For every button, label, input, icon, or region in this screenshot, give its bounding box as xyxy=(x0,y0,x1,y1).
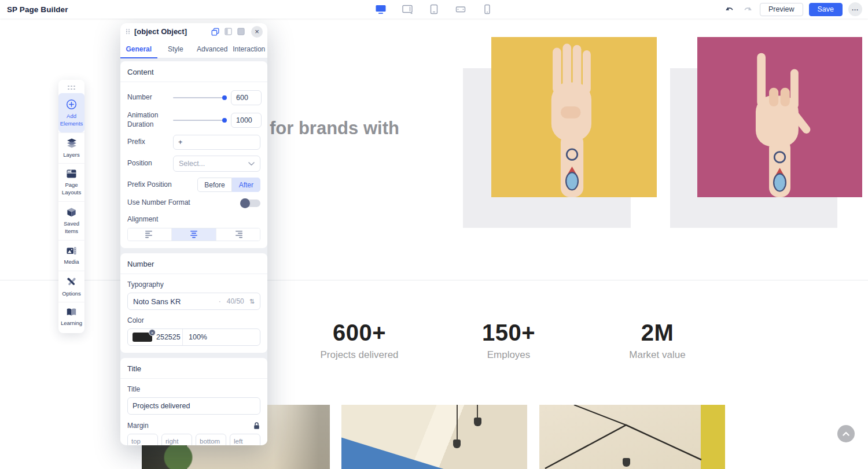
prefix-position-label: Prefix Position xyxy=(127,180,172,190)
plus-circle-icon xyxy=(66,99,77,110)
prefix-position-segmented: Before After xyxy=(197,178,260,192)
section-header-number: Number xyxy=(120,253,267,274)
builder-sidebar: Add Elements Layers Page Layouts Saved I… xyxy=(58,80,84,333)
device-mobile-button[interactable] xyxy=(481,4,493,14)
align-left-icon xyxy=(145,231,155,238)
panel-drag-handle-icon[interactable] xyxy=(126,28,130,35)
prefix-input[interactable] xyxy=(173,135,260,150)
sidebar-item-label: Learning xyxy=(61,320,82,327)
prefix-position-after-button[interactable]: After xyxy=(232,178,260,192)
duplicate-element-button[interactable] xyxy=(211,27,220,36)
tablet-icon xyxy=(428,4,440,14)
animation-duration-input[interactable] xyxy=(231,113,262,128)
align-center-button[interactable] xyxy=(171,228,215,241)
font-size-arrows-icon: ⇅ xyxy=(249,298,255,305)
tab-style[interactable]: Style xyxy=(157,40,194,58)
alignment-bar xyxy=(127,228,260,241)
title-input[interactable] xyxy=(127,397,260,415)
layers-icon xyxy=(66,138,78,149)
prefix-position-before-button[interactable]: Before xyxy=(197,178,231,192)
device-mobile-landscape-button[interactable] xyxy=(455,4,466,14)
align-right-button[interactable] xyxy=(216,228,260,241)
topbar-actions: Preview Save ... xyxy=(723,0,862,19)
topbar: SP Page Builder xyxy=(0,0,868,19)
sidebar-item-layers[interactable]: Layers xyxy=(58,132,84,164)
more-options-button[interactable]: ... xyxy=(848,2,862,16)
position-label: Position xyxy=(127,159,173,168)
save-button[interactable]: Save xyxy=(809,3,843,16)
align-left-button[interactable] xyxy=(128,228,171,241)
sidebar-item-label: Layers xyxy=(63,152,80,159)
tab-advanced[interactable]: Advanced xyxy=(194,40,231,58)
dock-left-icon xyxy=(225,28,232,35)
stat-label: Projects delivered xyxy=(296,349,423,361)
number-typography-control[interactable]: Noto Sans KR · 40/50 ⇅ xyxy=(127,293,260,310)
undo-button[interactable] xyxy=(723,3,735,15)
number-section: Number Typography Noto Sans KR · 40/50 ⇅… xyxy=(120,253,267,353)
number-format-label: Use Number Format xyxy=(127,198,190,208)
prefix-position-row: Prefix Position Before After xyxy=(127,178,260,192)
dock-panel-right-button[interactable] xyxy=(236,27,245,36)
margin-top-input[interactable] xyxy=(127,434,158,445)
slider-knob[interactable] xyxy=(222,95,227,100)
media-icon xyxy=(66,246,77,256)
clear-color-icon[interactable]: × xyxy=(149,329,156,336)
undo-icon xyxy=(724,5,734,13)
device-laptop-button[interactable] xyxy=(402,4,413,14)
gallery2-lamp-cord-2 xyxy=(477,405,478,419)
font-size: 40/50 xyxy=(227,297,244,305)
hero-heading: for brands with xyxy=(270,118,399,139)
position-select[interactable]: Select... xyxy=(173,156,260,172)
lock-icon[interactable] xyxy=(253,422,260,430)
dock-panel-left-button[interactable] xyxy=(223,27,233,36)
close-panel-button[interactable]: × xyxy=(251,26,263,38)
desktop-icon xyxy=(375,4,387,14)
laptop-icon xyxy=(402,4,413,14)
drag-dots-icon xyxy=(68,85,76,90)
device-tablet-button[interactable] xyxy=(428,4,440,14)
sidebar-item-options[interactable]: Options xyxy=(58,271,84,302)
margin-right-input[interactable] xyxy=(161,434,192,445)
sidebar-item-label: Media xyxy=(64,258,79,266)
number-input[interactable] xyxy=(231,90,262,105)
gallery2-pendant-lamp xyxy=(453,440,461,448)
position-row: Position Select... xyxy=(127,156,260,172)
content-section: Content Number Animation Duration xyxy=(120,61,267,248)
mobile-icon xyxy=(481,4,493,14)
preview-button[interactable]: Preview xyxy=(760,3,803,16)
device-desktop-button[interactable] xyxy=(375,4,387,14)
redo-button[interactable] xyxy=(741,3,754,15)
margin-bottom-input[interactable] xyxy=(196,434,226,445)
color-opacity-field[interactable]: 100% xyxy=(183,329,260,345)
align-center-icon xyxy=(189,231,198,238)
tab-general[interactable]: General xyxy=(120,40,157,58)
sidebar-drag-handle[interactable] xyxy=(58,83,84,93)
margin-left-input[interactable] xyxy=(230,434,260,445)
sidebar-item-learning[interactable]: Learning xyxy=(58,302,84,332)
tab-interaction[interactable]: Interaction xyxy=(231,40,268,58)
sidebar-item-page-layouts[interactable]: Page Layouts xyxy=(58,163,84,201)
animation-duration-slider[interactable] xyxy=(173,116,226,124)
scroll-to-top-button[interactable] xyxy=(837,425,855,442)
stat-market-value: 2M Market value xyxy=(594,320,721,361)
slider-knob[interactable] xyxy=(222,118,227,123)
hero-photo-hand-rock xyxy=(697,37,862,197)
color-swatch[interactable]: × xyxy=(133,333,152,342)
mobile-landscape-icon xyxy=(455,4,466,14)
sidebar-item-label: Page Layouts xyxy=(60,182,83,197)
section-header-content: Content xyxy=(120,61,267,82)
number-format-toggle[interactable] xyxy=(240,198,260,208)
animation-duration-row: Animation Duration xyxy=(127,111,260,129)
section-header-title: Title xyxy=(120,358,267,379)
title-section: Title Title Margin Typography xyxy=(120,358,267,445)
sidebar-item-saved-items[interactable]: Saved Items xyxy=(58,201,84,240)
sidebar-item-media[interactable]: Media xyxy=(58,240,84,271)
alignment-label: Alignment xyxy=(127,215,260,223)
color-label: Color xyxy=(127,316,260,324)
sidebar-item-add-elements[interactable]: Add Elements xyxy=(58,93,84,132)
margin-label: Margin xyxy=(127,422,149,430)
number-slider[interactable] xyxy=(173,94,226,102)
margin-inputs xyxy=(127,434,260,445)
color-picker[interactable]: × 252525 xyxy=(128,329,183,345)
position-select-value: Select... xyxy=(179,160,248,168)
